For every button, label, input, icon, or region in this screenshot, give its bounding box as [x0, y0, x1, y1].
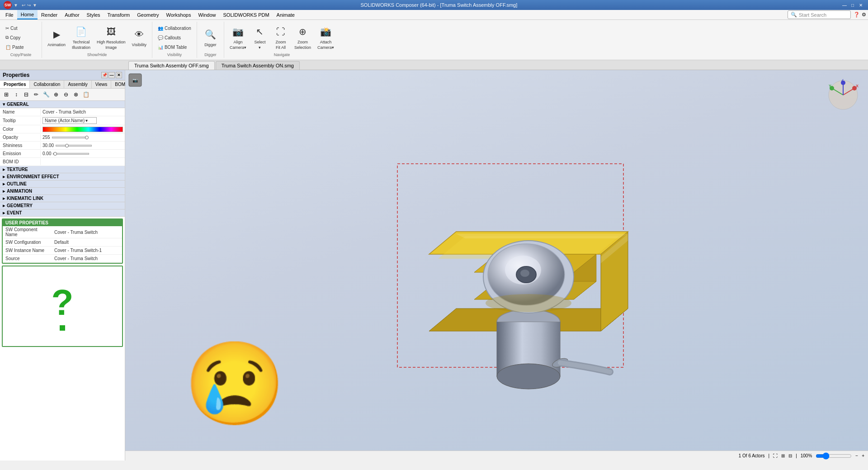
zoom-fit-all-button[interactable]: ⛶ Zoom Fit All: [271, 23, 291, 52]
menu-author[interactable]: Author: [61, 10, 83, 19]
close-button[interactable]: ✕: [857, 1, 864, 9]
menu-geometry[interactable]: Geometry: [133, 10, 162, 19]
zoom-selection-button[interactable]: ⊕ Zoom Selection: [292, 23, 314, 52]
menu-styles[interactable]: Styles: [83, 10, 104, 19]
visibility-icon: 👁: [132, 27, 146, 42]
3d-object: [339, 141, 655, 390]
cut-button[interactable]: ✂ ✂ Cut: [3, 24, 39, 33]
tooltip-chevron: ▾: [85, 118, 88, 123]
animation-button[interactable]: ▶ Animation: [45, 23, 68, 52]
menu-workshops[interactable]: Workshops: [163, 10, 195, 19]
kinematic-section-header[interactable]: ▸ KINEMATIC LINK: [0, 195, 125, 202]
emission-slider[interactable]: [53, 153, 89, 155]
prop-tool-7[interactable]: ⊖: [61, 90, 71, 99]
prop-tool-5[interactable]: 🔧: [42, 90, 51, 99]
prop-tool-8[interactable]: ⊗: [71, 90, 80, 99]
menu-home[interactable]: Home: [17, 10, 38, 19]
outline-section-header[interactable]: ▸ OUTLINE: [0, 180, 125, 188]
search-icon: 🔍: [791, 12, 797, 18]
align-camera-button[interactable]: 📷 Align Camera▾: [227, 23, 249, 52]
animation-section-header[interactable]: ▸ ANIMATION: [0, 188, 125, 195]
prop-toolbar: ⊞ ↕ ⊟ ✏ 🔧 ⊕ ⊖ ⊗ 📋: [0, 89, 125, 101]
emission-number[interactable]: 0.00: [42, 151, 51, 156]
menu-render[interactable]: Render: [38, 10, 61, 19]
viewport[interactable]: 📷: [125, 70, 868, 461]
user-prop-label-source: Source: [3, 255, 52, 262]
prop-tab-views[interactable]: Views: [92, 81, 112, 88]
doc-tab-off[interactable]: Truma Switch Assembly OFF.smg: [128, 61, 215, 70]
svg-point-13: [497, 364, 560, 389]
title-bar: SW ▼ ↩ ↪ ▼ SOLIDWORKS Composer (64-bit) …: [0, 0, 868, 10]
grid-icon[interactable]: ⊞: [781, 453, 785, 458]
zoom-out-icon[interactable]: −: [855, 453, 858, 458]
opacity-slider[interactable]: [52, 137, 88, 138]
menu-file[interactable]: File: [2, 10, 17, 19]
color-bar[interactable]: [42, 127, 123, 132]
prop-row-emission: Emission 0.00: [0, 150, 125, 158]
prop-row-color: Color: [0, 125, 125, 133]
prop-tool-6[interactable]: ⊕: [52, 90, 61, 99]
help-icon[interactable]: ❓: [854, 12, 860, 18]
minimize-button[interactable]: —: [841, 1, 848, 9]
properties-minimize-button[interactable]: —: [108, 72, 115, 78]
prop-value-color[interactable]: [41, 126, 125, 133]
paste-button[interactable]: 📋 Paste: [3, 43, 39, 52]
maximize-button[interactable]: □: [849, 1, 856, 9]
shininess-slider[interactable]: [56, 145, 92, 147]
prop-tab-properties[interactable]: Properties: [0, 81, 30, 88]
copy-button[interactable]: ⧉ Copy: [3, 33, 39, 42]
callouts-button[interactable]: 💬 Callouts: [155, 33, 194, 42]
menu-animate[interactable]: Animate: [273, 10, 298, 19]
texture-section-header[interactable]: ▸ TEXTURE: [0, 166, 125, 173]
attach-camera-button[interactable]: 📸 Attach Camera▾: [315, 23, 337, 52]
select-button[interactable]: ↖ Select ▾: [250, 23, 270, 52]
doc-tab-on[interactable]: Truma Switch Assembly ON.smg: [216, 61, 300, 70]
collaboration-button[interactable]: 👥 Collaboration: [155, 24, 194, 33]
bom-table-button[interactable]: 📊 BOM Table: [155, 43, 194, 52]
event-section-header[interactable]: ▸ EVENT: [0, 209, 125, 217]
geometry-section-header[interactable]: ▸ GEOMETRY: [0, 202, 125, 209]
viewport-camera-widget[interactable]: 📷: [128, 73, 142, 88]
menu-window[interactable]: Window: [194, 10, 219, 19]
prop-tool-9[interactable]: 📋: [81, 90, 90, 99]
menu-bar: File Home Render Author Styles Transform…: [0, 10, 868, 20]
properties-close-button[interactable]: ✕: [116, 72, 122, 78]
properties-pin-button[interactable]: 📌: [101, 72, 108, 78]
prop-tool-1[interactable]: ⊞: [2, 90, 11, 99]
visibility-button[interactable]: 👁 Visibility: [129, 23, 149, 52]
properties-header-btns: 📌 — ✕: [101, 72, 122, 78]
high-resolution-image-button[interactable]: 🖼 High Resolution Image: [94, 23, 128, 52]
prop-tool-4[interactable]: ✏: [32, 90, 41, 99]
zoom-in-icon[interactable]: +: [862, 453, 864, 458]
user-prop-value-config[interactable]: Default: [52, 239, 122, 246]
digger-button[interactable]: 🔍 Digger: [200, 23, 220, 52]
menu-solidworks-pdm[interactable]: SOLIDWORKS PDM: [220, 10, 273, 19]
prop-value-name[interactable]: Cover - Truma Switch: [41, 109, 125, 115]
search-placeholder: Start Search: [799, 12, 826, 18]
menu-transform[interactable]: Transform: [104, 10, 134, 19]
env-effect-section-header[interactable]: ▸ ENVIRONMENT EFFECT: [0, 173, 125, 180]
technical-illustration-button[interactable]: 📄 Technical Illustration: [69, 23, 93, 52]
prop-tab-collaboration[interactable]: Collaboration: [30, 81, 64, 88]
search-box[interactable]: 🔍 Start Search: [788, 10, 851, 19]
settings-icon[interactable]: ⚙: [862, 12, 866, 18]
opacity-number[interactable]: 255: [42, 135, 50, 140]
shininess-number[interactable]: 30.00: [42, 143, 54, 148]
user-prop-value-component[interactable]: Cover - Truma Switch: [52, 229, 122, 236]
prop-value-tooltip[interactable]: Name (Actor.Name) ▾: [41, 116, 125, 125]
fit-icon[interactable]: ⛶: [773, 453, 778, 458]
tooltip-dropdown[interactable]: Name (Actor.Name) ▾: [42, 117, 97, 124]
prop-value-bom-id[interactable]: [41, 161, 125, 163]
prop-tool-3[interactable]: ⊟: [22, 90, 31, 99]
user-prop-row-component: SW Component Name Cover - Truma Switch: [3, 226, 122, 238]
user-prop-value-source[interactable]: Cover - Truma Switch: [52, 255, 122, 262]
main-layout: Properties 📌 — ✕ Properties Collaboratio…: [0, 70, 868, 461]
prop-tool-2[interactable]: ↕: [12, 90, 21, 99]
copypaste-items: ✂ ✂ Cut ⧉ Copy 📋 Paste: [3, 23, 39, 52]
user-prop-value-instance[interactable]: Cover - Truma Switch-1: [52, 247, 122, 254]
prop-tab-assembly[interactable]: Assembly: [64, 81, 91, 88]
animation-icon: ▶: [49, 27, 64, 42]
general-section-header[interactable]: ▾ GENERAL: [0, 101, 125, 108]
zoom-slider[interactable]: [816, 453, 852, 459]
layout-icon[interactable]: ⊟: [788, 453, 792, 458]
